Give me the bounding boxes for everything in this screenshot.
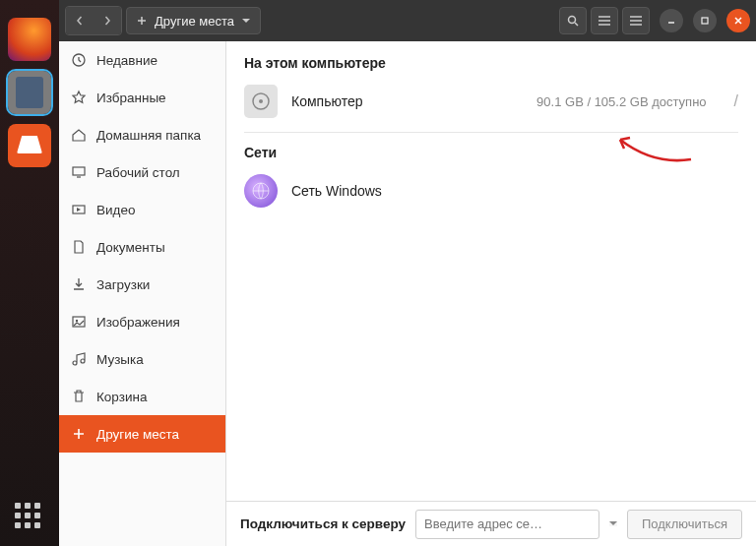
downloads-icon: [71, 276, 87, 292]
sidebar-item-label: Загрузки: [96, 277, 150, 292]
plus-icon: [137, 16, 147, 26]
content-area: На этом компьютере Компьютер 90.1 GB / 1…: [226, 41, 756, 501]
home-icon: [71, 127, 87, 143]
sidebar-item-label: Корзина: [96, 390, 147, 404]
location-row-computer[interactable]: Компьютер 90.1 GB / 105.2 GB доступно /: [244, 79, 738, 124]
sidebar-item-pictures[interactable]: Изображения: [59, 303, 225, 340]
svg-point-8: [259, 99, 263, 103]
svg-rect-3: [73, 167, 85, 175]
sidebar-item-label: Недавние: [96, 53, 158, 68]
sidebar-item-documents[interactable]: Документы: [59, 228, 225, 266]
location-row-windows-network[interactable]: Сеть Windows: [244, 168, 738, 213]
dock-files[interactable]: [8, 71, 51, 114]
sidebar-item-home[interactable]: Домашняя папка: [59, 116, 225, 153]
svg-point-6: [76, 320, 78, 322]
sidebar: Недавние Избранные Домашняя папка Рабочи…: [59, 41, 226, 546]
music-icon: [71, 351, 87, 367]
sidebar-item-other-locations[interactable]: Другие места: [59, 415, 225, 453]
main-pane: На этом компьютере Компьютер 90.1 GB / 1…: [226, 41, 756, 546]
chevron-left-icon: [75, 16, 85, 26]
path-breadcrumb[interactable]: Другие места: [126, 7, 261, 34]
sidebar-item-downloads[interactable]: Загрузки: [59, 266, 225, 303]
connect-server-label: Подключиться к серверу: [240, 516, 406, 531]
chevron-right-icon: [102, 16, 112, 26]
launcher-dock: [0, 0, 59, 546]
sidebar-item-label: Избранные: [96, 91, 166, 105]
maximize-button[interactable]: [693, 9, 717, 32]
view-options-button[interactable]: [591, 7, 618, 34]
location-label: Сеть Windows: [291, 183, 738, 199]
dock-firefox[interactable]: [8, 18, 51, 61]
hamburger-menu-button[interactable]: [622, 7, 650, 34]
star-icon: [71, 90, 87, 105]
section-title-networks: Сети: [244, 145, 738, 160]
location-label: Компьютер: [291, 93, 523, 109]
nav-back-forward: [65, 6, 122, 35]
sidebar-item-music[interactable]: Музыка: [59, 340, 225, 378]
sidebar-item-trash[interactable]: Корзина: [59, 378, 225, 415]
sidebar-item-label: Изображения: [96, 315, 180, 330]
maximize-icon: [701, 17, 709, 25]
nautilus-window: Другие места Недавние: [59, 0, 756, 546]
svg-point-0: [569, 17, 576, 24]
sidebar-item-starred[interactable]: Избранные: [59, 79, 225, 116]
network-icon: [244, 174, 278, 208]
list-view-icon: [598, 16, 610, 26]
server-history-button[interactable]: [609, 521, 617, 526]
separator: [244, 132, 738, 133]
search-icon: [567, 15, 579, 27]
location-meta: 90.1 GB / 105.2 GB доступно: [536, 94, 706, 109]
svg-rect-1: [702, 18, 708, 24]
video-icon: [71, 202, 87, 217]
sidebar-item-label: Домашняя папка: [96, 128, 201, 143]
breadcrumb-label: Другие места: [155, 14, 234, 29]
sidebar-item-label: Другие места: [96, 427, 179, 442]
clock-icon: [71, 52, 87, 68]
minimize-button[interactable]: [660, 9, 683, 32]
search-button[interactable]: [559, 7, 587, 34]
window-body: Недавние Избранные Домашняя папка Рабочи…: [59, 41, 756, 546]
minimize-icon: [667, 17, 675, 25]
trash-icon: [71, 389, 87, 404]
plus-icon: [71, 426, 87, 442]
menu-icon: [630, 16, 642, 26]
server-address-input[interactable]: [415, 510, 599, 539]
sidebar-item-desktop[interactable]: Рабочий стол: [59, 153, 225, 191]
close-icon: [734, 17, 742, 25]
chevron-down-icon: [609, 521, 617, 526]
chevron-down-icon: [242, 19, 250, 24]
nav-forward-button[interactable]: [94, 7, 121, 34]
sidebar-item-videos[interactable]: Видео: [59, 191, 225, 228]
desktop-icon: [71, 164, 87, 180]
connect-button[interactable]: Подключиться: [627, 510, 742, 539]
sidebar-item-label: Документы: [96, 240, 165, 255]
dock-software-center[interactable]: [8, 124, 51, 167]
connect-server-bar: Подключиться к серверу Подключиться: [226, 501, 756, 546]
disk-icon: [244, 85, 278, 118]
sidebar-item-label: Рабочий стол: [96, 165, 180, 180]
close-button[interactable]: [726, 9, 750, 32]
section-title-computer: На этом компьютере: [244, 55, 738, 71]
documents-icon: [71, 239, 87, 255]
nav-back-button[interactable]: [66, 7, 94, 34]
sidebar-item-label: Музыка: [96, 352, 144, 367]
images-icon: [71, 314, 87, 330]
location-path: /: [734, 92, 738, 110]
sidebar-item-recent[interactable]: Недавние: [59, 41, 225, 79]
sidebar-item-label: Видео: [96, 203, 135, 217]
show-applications-icon[interactable]: [15, 503, 44, 532]
titlebar: Другие места: [59, 0, 756, 41]
